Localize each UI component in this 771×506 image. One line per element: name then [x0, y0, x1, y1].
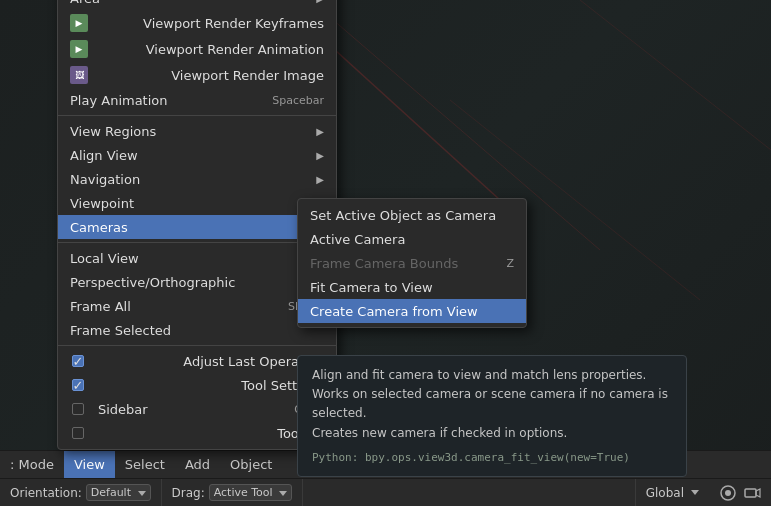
cameras-submenu: Set Active Object as Camera Active Camer… [297, 198, 527, 328]
status-global: Global [635, 479, 709, 506]
submenu-item-set-active[interactable]: Set Active Object as Camera [298, 203, 526, 227]
menubar-mode[interactable]: : Mode [0, 451, 64, 478]
menubar-object[interactable]: Object [220, 451, 282, 478]
submenu-item-active-camera[interactable]: Active Camera [298, 227, 526, 251]
menu-item-tool-settings[interactable]: ✓ Tool Settings [58, 373, 336, 397]
menu-item-viewpoint[interactable]: Viewpoint ▶ [58, 191, 336, 215]
svg-line-3 [580, 0, 771, 150]
menu-item-play-animation[interactable]: Play Animation Spacebar [58, 88, 336, 112]
submenu-item-fit-camera[interactable]: Fit Camera to View [298, 275, 526, 299]
menu-item-align-view[interactable]: Align View ▶ [58, 143, 336, 167]
menubar-view[interactable]: View [64, 451, 115, 478]
svg-marker-7 [756, 489, 760, 497]
check-sidebar [70, 403, 86, 415]
status-controls [709, 479, 771, 506]
checkbox-off-icon-2 [72, 427, 84, 439]
checkbox-off-icon [72, 403, 84, 415]
menu-item-sidebar[interactable]: Sidebar Ctrl T [58, 397, 336, 421]
camera-icon [743, 484, 761, 502]
menu-item-navigation[interactable]: Navigation ▶ [58, 167, 336, 191]
check-toolbar [70, 427, 86, 439]
svg-rect-6 [745, 489, 756, 497]
submenu-item-create-camera[interactable]: Create Camera from View [298, 299, 526, 323]
render-image-icon: 🖼 [70, 66, 88, 84]
menu-item-render-image[interactable]: 🖼 Viewport Render Image [58, 62, 336, 88]
chevron-down-icon-3 [691, 490, 699, 495]
menu-item-local-view[interactable]: Local View ▶ [58, 246, 336, 270]
menu-item-cameras[interactable]: Cameras ▶ [58, 215, 336, 239]
render-icon: ▶ [70, 14, 88, 32]
status-drag: Drag: Active Tool [162, 479, 304, 506]
menubar-add[interactable]: Add [175, 451, 220, 478]
tooltip-line3: Creates new camera if checked in options… [312, 424, 672, 443]
drag-select[interactable]: Active Tool [209, 484, 292, 501]
menu-item-adjust-last[interactable]: ✓ Adjust Last Operation [58, 349, 336, 373]
tooltip-line2: Works on selected camera or scene camera… [312, 385, 672, 423]
tooltip-line1: Align and fit camera to view and match l… [312, 366, 672, 385]
menu-item-render-animation[interactable]: ▶ Viewport Render Animation [58, 36, 336, 62]
menu-item-view-regions[interactable]: View Regions ▶ [58, 119, 336, 143]
separator-1 [58, 115, 336, 116]
status-bar: Orientation: Default Drag: Active Tool G… [0, 478, 771, 506]
menu-item-frame-all[interactable]: Frame All Shift Z [58, 294, 336, 318]
menu-item-perspective[interactable]: Perspective/Orthographic Alt ` [58, 270, 336, 294]
tooltip-box: Align and fit camera to view and match l… [297, 355, 687, 477]
menu-item-toolbar[interactable]: Toolbar [58, 421, 336, 445]
chevron-down-icon [138, 491, 146, 496]
check-tool-settings: ✓ [70, 379, 86, 391]
status-orientation: Orientation: Default [0, 479, 162, 506]
separator-3 [58, 345, 336, 346]
checkbox-on-icon: ✓ [72, 355, 84, 367]
menu-item-area[interactable]: Area ▶ [58, 0, 336, 10]
menu-item-render-keyframes[interactable]: ▶ Viewport Render Keyframes [58, 10, 336, 36]
arrow-icon-2: ▶ [316, 126, 324, 137]
shortcut-z: Z [506, 257, 514, 270]
orientation-select[interactable]: Default [86, 484, 151, 501]
svg-point-5 [725, 490, 731, 496]
chevron-down-icon-2 [279, 491, 287, 496]
checkbox-on-icon-2: ✓ [72, 379, 84, 391]
menu-item-frame-selected[interactable]: Frame Selected [58, 318, 336, 342]
arrow-icon-4: ▶ [316, 174, 324, 185]
check-adjust-last: ✓ [70, 355, 86, 367]
submenu-item-frame-bounds: Frame Camera Bounds Z [298, 251, 526, 275]
view-menu: Area ▶ ▶ Viewport Render Keyframes ▶ Vie… [57, 0, 337, 450]
separator-2 [58, 242, 336, 243]
render-anim-icon: ▶ [70, 40, 88, 58]
shortcut-spacebar: Spacebar [272, 94, 324, 107]
tooltip-code: Python: bpy.ops.view3d.camera_fit_view(n… [312, 449, 672, 467]
arrow-icon-3: ▶ [316, 150, 324, 161]
viewport-controls-icon [719, 484, 737, 502]
arrow-icon: ▶ [316, 0, 324, 4]
menubar-select[interactable]: Select [115, 451, 175, 478]
